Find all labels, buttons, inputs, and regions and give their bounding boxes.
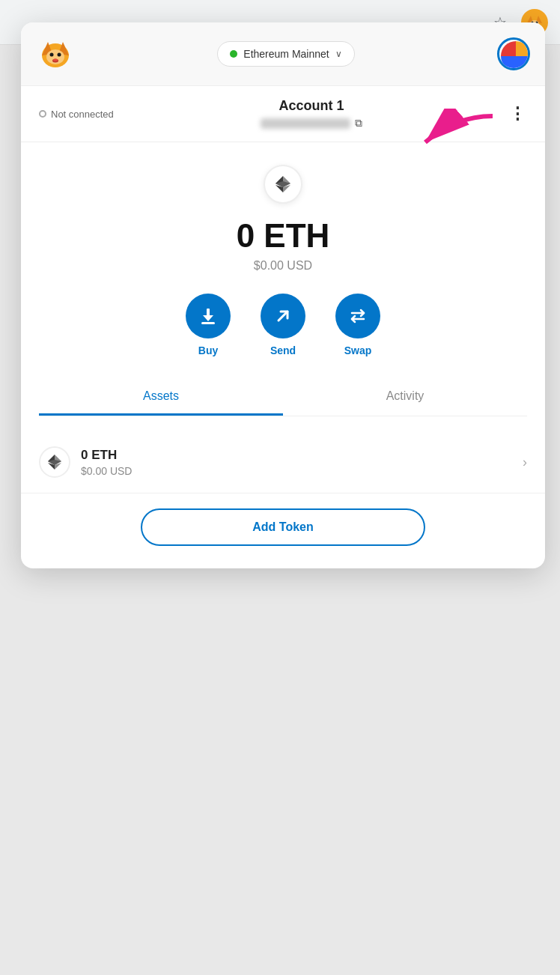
eth-logo-circle [264,165,302,204]
balance-section: 0 ETH $0.00 USD Buy [21,142,545,431]
svg-point-11 [50,53,54,57]
swap-label: Swap [344,344,372,356]
popup-header: Ethereum Mainnet ∨ [21,22,545,86]
more-options-button[interactable]: ⋮ [509,104,527,124]
connection-status-label: Not connected [51,109,114,120]
svg-line-24 [279,312,287,321]
chevron-down-icon: ∨ [335,49,342,59]
buy-button[interactable] [186,294,231,338]
account-info: Account 1 ⧉ [261,98,362,130]
tab-assets[interactable]: Assets [39,379,283,416]
action-buttons: Buy Send [186,294,380,356]
account-address: ⧉ [261,117,362,130]
eth-asset-balance: 0 ETH [81,448,523,463]
send-button[interactable] [261,294,305,338]
balance-usd: $0.00 USD [254,259,312,273]
not-connected-dot [39,110,46,118]
eth-asset-item[interactable]: 0 ETH $0.00 USD › [21,431,545,493]
account-name: Account 1 [261,98,362,114]
send-button-wrap[interactable]: Send [261,294,305,356]
swap-button-wrap[interactable]: Swap [335,294,380,356]
balance-eth: 0 ETH [237,217,330,255]
buy-button-wrap[interactable]: Buy [186,294,231,356]
send-label: Send [270,344,296,356]
eth-asset-usd: $0.00 USD [81,465,523,477]
asset-chevron-icon: › [523,455,527,470]
svg-rect-23 [201,322,215,324]
assets-list: 0 ETH $0.00 USD › [21,431,545,493]
add-token-button[interactable]: Add Token [141,508,425,546]
svg-point-12 [58,53,61,57]
add-token-section: Add Token [21,493,545,568]
eth-asset-info: 0 ETH $0.00 USD [81,448,523,477]
eth-asset-icon [39,446,70,478]
metamask-popup: Ethereum Mainnet ∨ Not connected Account… [21,22,545,568]
copy-address-icon[interactable]: ⧉ [355,117,362,130]
buy-label: Buy [198,344,218,356]
svg-marker-22 [203,315,213,321]
main-tabs: Assets Activity [39,379,527,416]
network-name: Ethereum Mainnet [243,48,329,60]
tab-activity[interactable]: Activity [283,379,527,416]
metamask-logo [36,34,75,73]
account-avatar[interactable] [497,37,530,70]
swap-button[interactable] [335,294,380,338]
svg-point-14 [53,59,58,61]
network-status-dot [230,50,237,58]
network-selector[interactable]: Ethereum Mainnet ∨ [217,41,354,67]
address-text [261,118,350,129]
account-section: Not connected Account 1 ⧉ ⋮ [21,86,545,142]
connection-status: Not connected [39,109,114,120]
